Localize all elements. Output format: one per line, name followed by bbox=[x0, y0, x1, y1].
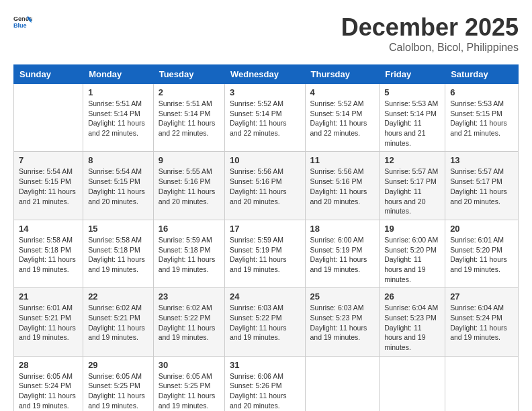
calendar-table: SundayMondayTuesdayWednesdayThursdayFrid… bbox=[13, 64, 519, 411]
day-info: Sunrise: 5:52 AMSunset: 5:14 PMDaylight:… bbox=[230, 99, 300, 138]
day-number: 31 bbox=[230, 360, 300, 370]
calendar-cell: 17Sunrise: 5:59 AMSunset: 5:19 PMDayligh… bbox=[224, 220, 305, 287]
day-number: 11 bbox=[310, 155, 375, 165]
calendar-cell: 15Sunrise: 5:58 AMSunset: 5:18 PMDayligh… bbox=[83, 220, 154, 287]
day-number: 2 bbox=[159, 87, 220, 97]
day-number: 9 bbox=[159, 155, 220, 165]
calendar-cell: 30Sunrise: 6:05 AMSunset: 5:25 PMDayligh… bbox=[153, 356, 224, 411]
calendar-cell: 10Sunrise: 5:56 AMSunset: 5:16 PMDayligh… bbox=[224, 152, 305, 220]
calendar-cell: 29Sunrise: 6:05 AMSunset: 5:25 PMDayligh… bbox=[83, 356, 154, 411]
calendar-cell: 14Sunrise: 5:58 AMSunset: 5:18 PMDayligh… bbox=[14, 220, 83, 287]
day-info: Sunrise: 6:04 AMSunset: 5:24 PMDaylight:… bbox=[450, 303, 513, 342]
calendar-cell bbox=[14, 84, 83, 152]
day-info: Sunrise: 6:00 AMSunset: 5:20 PMDaylight:… bbox=[384, 235, 440, 284]
day-number: 28 bbox=[19, 360, 78, 370]
day-info: Sunrise: 5:53 AMSunset: 5:15 PMDaylight:… bbox=[450, 99, 513, 138]
calendar-cell: 20Sunrise: 6:01 AMSunset: 5:20 PMDayligh… bbox=[445, 220, 519, 287]
day-info: Sunrise: 6:05 AMSunset: 5:25 PMDaylight:… bbox=[88, 371, 148, 411]
day-number: 21 bbox=[19, 291, 78, 302]
day-info: Sunrise: 5:56 AMSunset: 5:16 PMDaylight:… bbox=[230, 167, 300, 206]
calendar-cell: 28Sunrise: 6:05 AMSunset: 5:24 PMDayligh… bbox=[14, 356, 83, 411]
calendar-cell: 1Sunrise: 5:51 AMSunset: 5:14 PMDaylight… bbox=[83, 84, 154, 152]
day-number: 1 bbox=[88, 87, 148, 97]
calendar-week-5: 28Sunrise: 6:05 AMSunset: 5:24 PMDayligh… bbox=[14, 356, 519, 411]
day-info: Sunrise: 5:57 AMSunset: 5:17 PMDaylight:… bbox=[384, 167, 440, 216]
day-info: Sunrise: 5:57 AMSunset: 5:17 PMDaylight:… bbox=[450, 167, 513, 206]
day-info: Sunrise: 6:00 AMSunset: 5:19 PMDaylight:… bbox=[310, 235, 375, 275]
day-info: Sunrise: 6:02 AMSunset: 5:21 PMDaylight:… bbox=[88, 303, 148, 342]
calendar-cell: 16Sunrise: 5:59 AMSunset: 5:18 PMDayligh… bbox=[153, 220, 224, 287]
day-number: 8 bbox=[88, 155, 148, 165]
weekday-header-sunday: Sunday bbox=[14, 65, 83, 84]
day-info: Sunrise: 5:53 AMSunset: 5:14 PMDaylight:… bbox=[384, 99, 440, 148]
day-number: 20 bbox=[450, 224, 513, 234]
day-number: 24 bbox=[230, 291, 300, 302]
day-number: 25 bbox=[310, 291, 375, 302]
month-title: December 2025 bbox=[341, 13, 519, 42]
day-info: Sunrise: 5:59 AMSunset: 5:19 PMDaylight:… bbox=[230, 235, 300, 275]
calendar-cell: 11Sunrise: 5:56 AMSunset: 5:16 PMDayligh… bbox=[305, 152, 380, 220]
weekday-header-row: SundayMondayTuesdayWednesdayThursdayFrid… bbox=[14, 65, 519, 84]
calendar-cell: 21Sunrise: 6:01 AMSunset: 5:21 PMDayligh… bbox=[14, 288, 83, 356]
day-number: 5 bbox=[384, 87, 440, 97]
day-number: 19 bbox=[384, 224, 440, 234]
day-number: 10 bbox=[230, 155, 300, 165]
day-info: Sunrise: 6:04 AMSunset: 5:23 PMDaylight:… bbox=[384, 303, 440, 352]
day-number: 13 bbox=[450, 155, 513, 165]
calendar-cell: 13Sunrise: 5:57 AMSunset: 5:17 PMDayligh… bbox=[445, 152, 519, 220]
calendar-cell: 19Sunrise: 6:00 AMSunset: 5:20 PMDayligh… bbox=[380, 220, 445, 287]
day-number: 17 bbox=[230, 224, 300, 234]
day-number: 12 bbox=[384, 155, 440, 165]
day-number: 15 bbox=[88, 224, 148, 234]
weekday-header-thursday: Thursday bbox=[305, 65, 380, 84]
day-number: 16 bbox=[159, 224, 220, 234]
day-number: 27 bbox=[450, 291, 513, 302]
day-number: 4 bbox=[310, 87, 375, 97]
calendar-cell: 2Sunrise: 5:51 AMSunset: 5:14 PMDaylight… bbox=[153, 84, 224, 152]
day-info: Sunrise: 5:58 AMSunset: 5:18 PMDaylight:… bbox=[88, 235, 148, 275]
calendar-cell: 26Sunrise: 6:04 AMSunset: 5:23 PMDayligh… bbox=[380, 288, 445, 356]
logo: General Blue bbox=[13, 13, 32, 32]
day-info: Sunrise: 5:54 AMSunset: 5:15 PMDaylight:… bbox=[19, 167, 78, 206]
location-title: Calolbon, Bicol, Philippines bbox=[341, 42, 519, 54]
day-info: Sunrise: 6:05 AMSunset: 5:24 PMDaylight:… bbox=[19, 371, 78, 411]
day-info: Sunrise: 6:03 AMSunset: 5:22 PMDaylight:… bbox=[230, 303, 300, 342]
calendar-cell: 18Sunrise: 6:00 AMSunset: 5:19 PMDayligh… bbox=[305, 220, 380, 287]
calendar-cell: 12Sunrise: 5:57 AMSunset: 5:17 PMDayligh… bbox=[380, 152, 445, 220]
day-info: Sunrise: 6:06 AMSunset: 5:26 PMDaylight:… bbox=[230, 371, 300, 411]
day-info: Sunrise: 5:59 AMSunset: 5:18 PMDaylight:… bbox=[159, 235, 220, 275]
day-number: 6 bbox=[450, 87, 513, 97]
day-info: Sunrise: 5:58 AMSunset: 5:18 PMDaylight:… bbox=[19, 235, 78, 275]
calendar-cell: 23Sunrise: 6:02 AMSunset: 5:22 PMDayligh… bbox=[153, 288, 224, 356]
calendar-cell: 22Sunrise: 6:02 AMSunset: 5:21 PMDayligh… bbox=[83, 288, 154, 356]
day-number: 22 bbox=[88, 291, 148, 302]
calendar-cell bbox=[380, 356, 445, 411]
calendar-cell: 5Sunrise: 5:53 AMSunset: 5:14 PMDaylight… bbox=[380, 84, 445, 152]
day-number: 7 bbox=[19, 155, 78, 165]
day-info: Sunrise: 5:55 AMSunset: 5:16 PMDaylight:… bbox=[159, 167, 220, 206]
calendar-cell bbox=[445, 356, 519, 411]
weekday-header-saturday: Saturday bbox=[445, 65, 519, 84]
day-number: 14 bbox=[19, 224, 78, 234]
day-number: 26 bbox=[384, 291, 440, 302]
calendar-cell: 9Sunrise: 5:55 AMSunset: 5:16 PMDaylight… bbox=[153, 152, 224, 220]
calendar-cell: 25Sunrise: 6:03 AMSunset: 5:23 PMDayligh… bbox=[305, 288, 380, 356]
calendar-week-2: 7Sunrise: 5:54 AMSunset: 5:15 PMDaylight… bbox=[14, 152, 519, 220]
day-number: 29 bbox=[88, 360, 148, 370]
general-blue-logo-icon: General Blue bbox=[13, 13, 32, 32]
weekday-header-monday: Monday bbox=[83, 65, 154, 84]
day-info: Sunrise: 5:51 AMSunset: 5:14 PMDaylight:… bbox=[88, 99, 148, 138]
calendar-cell: 27Sunrise: 6:04 AMSunset: 5:24 PMDayligh… bbox=[445, 288, 519, 356]
calendar-cell: 7Sunrise: 5:54 AMSunset: 5:15 PMDaylight… bbox=[14, 152, 83, 220]
day-info: Sunrise: 5:56 AMSunset: 5:16 PMDaylight:… bbox=[310, 167, 375, 206]
calendar-week-3: 14Sunrise: 5:58 AMSunset: 5:18 PMDayligh… bbox=[14, 220, 519, 287]
day-number: 3 bbox=[230, 87, 300, 97]
svg-text:Blue: Blue bbox=[13, 22, 27, 29]
day-info: Sunrise: 5:54 AMSunset: 5:15 PMDaylight:… bbox=[88, 167, 148, 206]
day-info: Sunrise: 6:03 AMSunset: 5:23 PMDaylight:… bbox=[310, 303, 375, 342]
day-info: Sunrise: 6:01 AMSunset: 5:20 PMDaylight:… bbox=[450, 235, 513, 275]
calendar-cell: 6Sunrise: 5:53 AMSunset: 5:15 PMDaylight… bbox=[445, 84, 519, 152]
calendar-week-4: 21Sunrise: 6:01 AMSunset: 5:21 PMDayligh… bbox=[14, 288, 519, 356]
calendar-cell: 31Sunrise: 6:06 AMSunset: 5:26 PMDayligh… bbox=[224, 356, 305, 411]
weekday-header-tuesday: Tuesday bbox=[153, 65, 224, 84]
